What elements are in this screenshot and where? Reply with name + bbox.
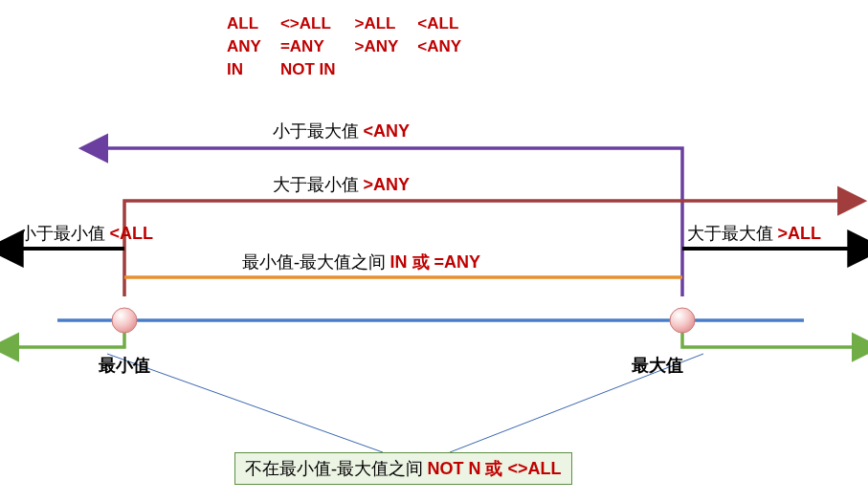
label-gt-all: 大于最大值 >ALL — [687, 222, 821, 245]
label-op: NOT N 或 <>ALL — [428, 459, 562, 478]
label-text: 大于最大值 — [687, 224, 773, 243]
label-op: <ANY — [364, 121, 411, 141]
arrow-notin-right — [682, 320, 857, 347]
label-notin-box: 不在最小值-最大值之间 NOT N 或 <>ALL — [234, 452, 572, 485]
min-point-icon — [112, 308, 137, 333]
label-lt-any: 小于最大值 <ANY — [273, 120, 410, 142]
label-lt-all: 小于最小值 <ALL — [19, 222, 153, 245]
label-text: 小于最大值 — [273, 121, 359, 141]
label-op: >ANY — [364, 175, 411, 194]
min-label: 最小值 — [99, 354, 150, 377]
label-text: 最小值-最大值之间 — [242, 252, 386, 272]
label-text: 大于最小值 — [273, 175, 359, 194]
label-gt-any: 大于最小值 >ANY — [273, 173, 410, 196]
max-label: 最大值 — [632, 354, 683, 377]
diagram-root: ALL <>ALL >ALL <ALL ANY =ANY >ANY <ANY I… — [0, 0, 868, 502]
label-op: <ALL — [110, 224, 154, 243]
label-text: 小于最小值 — [19, 224, 105, 243]
label-op: >ALL — [778, 224, 822, 243]
label-in: 最小值-最大值之间 IN 或 =ANY — [242, 251, 480, 273]
arrow-lt-any — [103, 148, 682, 296]
arrow-notin-left — [14, 320, 124, 347]
label-text: 不在最小值-最大值之间 — [245, 459, 423, 478]
max-point-icon — [670, 308, 695, 333]
label-op: IN 或 =ANY — [390, 252, 481, 272]
